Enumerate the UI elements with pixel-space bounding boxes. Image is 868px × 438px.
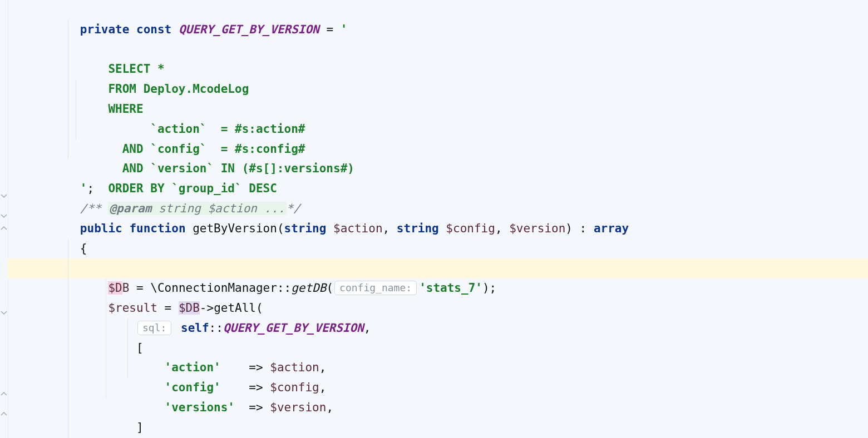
- fold-mark-icon[interactable]: [0, 310, 8, 315]
- gutter: [0, 0, 8, 438]
- code-line[interactable]: FROM Deploy.McodeLog: [8, 40, 868, 60]
- code-line[interactable]: [8, 418, 868, 438]
- code-line[interactable]: 'action' => $action,: [8, 318, 868, 339]
- code-line[interactable]: /** @param string $action ...*/: [8, 179, 868, 199]
- code-area[interactable]: private const QUERY_GET_BY_VERSION = ' S…: [8, 0, 868, 438]
- fold-mark-icon[interactable]: [0, 411, 8, 416]
- code-line[interactable]: WHERE: [8, 59, 868, 79]
- code-line[interactable]: private const QUERY_GET_BY_VERSION = ': [8, 0, 868, 20]
- code-line-current[interactable]: $result = $DB->getAll(: [8, 258, 868, 278]
- code-line[interactable]: ';: [8, 159, 868, 179]
- code-line[interactable]: sql: self::QUERY_GET_BY_VERSION,: [8, 278, 868, 298]
- code-line[interactable]: SELECT *: [8, 20, 868, 40]
- fold-mark-icon[interactable]: [0, 391, 8, 396]
- fold-mark-icon[interactable]: [0, 225, 8, 230]
- code-line[interactable]: AND `version` IN (#s[]:versions#): [8, 120, 868, 140]
- code-line[interactable]: AND `config` = #s:config#: [8, 99, 868, 120]
- code-line[interactable]: public function getByVersion(string $act…: [8, 199, 868, 219]
- code-line[interactable]: [: [8, 298, 868, 318]
- code-line[interactable]: 'versions' => $version,: [8, 358, 868, 378]
- code-line[interactable]: ORDER BY `group_id` DESC: [8, 140, 868, 160]
- fold-mark-icon[interactable]: [0, 193, 8, 198]
- code-line[interactable]: $DB = \ConnectionManager::getDB(config_n…: [8, 239, 868, 259]
- code-line[interactable]: {: [8, 219, 868, 239]
- code-line[interactable]: );: [8, 398, 868, 418]
- fold-mark-icon[interactable]: [0, 213, 8, 218]
- code-line[interactable]: `action` = #s:action#: [8, 79, 868, 99]
- code-editor[interactable]: private const QUERY_GET_BY_VERSION = ' S…: [0, 0, 868, 438]
- code-line[interactable]: ]: [8, 378, 868, 398]
- code-line[interactable]: 'config' => $config,: [8, 339, 868, 359]
